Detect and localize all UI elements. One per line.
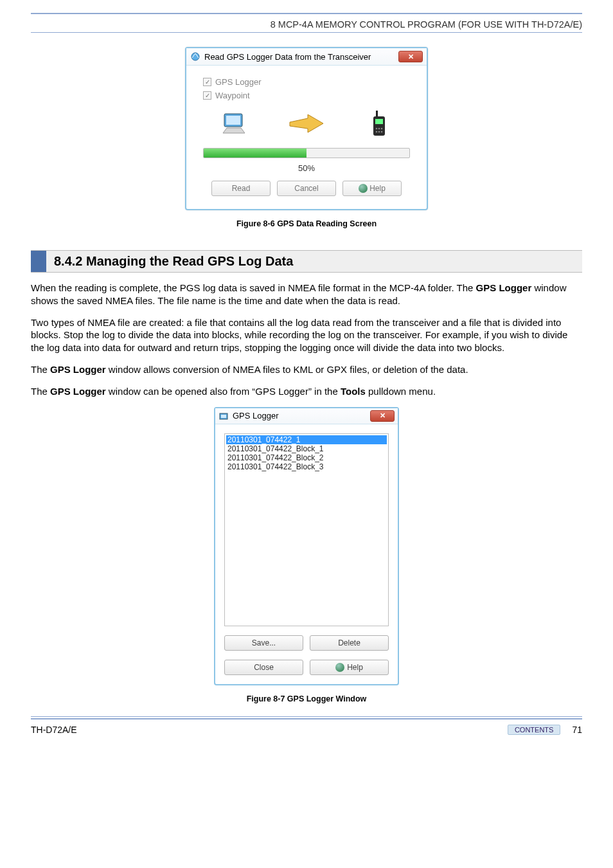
file-listbox[interactable]: 20110301_074422_1 20110301_074422_Block_… (224, 433, 389, 626)
close-icon[interactable]: ✕ (370, 410, 395, 422)
figure-caption-8-7: Figure 8-7 GPS Logger Window (31, 694, 582, 703)
gps-logger-label: GPS Logger (215, 77, 262, 87)
svg-rect-14 (221, 415, 226, 418)
transfer-graphic-row (203, 104, 410, 145)
footer-rule (31, 716, 582, 717)
list-item[interactable]: 20110301_074422_Block_3 (226, 462, 387, 471)
section-heading: 8.4.2 Managing the Read GPS Log Data (31, 250, 582, 273)
read-gps-dialog: Read GPS Logger Data from the Transceive… (185, 47, 428, 210)
svg-rect-2 (226, 116, 240, 125)
waypoint-label: Waypoint (215, 91, 250, 100)
delete-button[interactable]: Delete (310, 635, 389, 651)
transfer-arrow-icon (289, 114, 324, 134)
progress-bar (203, 148, 410, 158)
help-icon (359, 184, 368, 193)
list-item[interactable]: 20110301_074422_1 (226, 435, 387, 444)
gps-logger-checkbox-row: ✓ GPS Logger (203, 77, 410, 87)
dialog-titlebar: GPS Logger ✕ (215, 408, 398, 424)
progress-percent: 50% (203, 163, 410, 173)
close-icon[interactable]: ✕ (398, 51, 423, 62)
svg-point-9 (381, 128, 383, 130)
svg-marker-3 (290, 114, 323, 132)
svg-point-11 (378, 131, 380, 133)
help-button[interactable]: Help (342, 181, 402, 196)
contents-link[interactable]: CONTENTS (508, 725, 561, 735)
list-item[interactable]: 20110301_074422_Block_2 (226, 453, 387, 462)
radio-icon (361, 111, 397, 138)
cancel-button[interactable]: Cancel (277, 181, 336, 196)
gps-logger-dialog: GPS Logger ✕ 20110301_074422_1 20110301_… (214, 407, 399, 685)
dialog-titlebar: Read GPS Logger Data from the Transceive… (186, 48, 427, 66)
computer-icon (216, 111, 252, 137)
waypoint-checkbox-row: ✓ Waypoint (203, 91, 410, 100)
svg-point-10 (376, 131, 378, 133)
save-button[interactable]: Save... (224, 635, 303, 651)
app-icon (190, 51, 200, 62)
paragraph-4: The GPS Logger window can be opened also… (31, 385, 582, 398)
paragraph-3: The GPS Logger window allows conversion … (31, 363, 582, 376)
dialog-title: Read GPS Logger Data from the Transceive… (204, 52, 371, 62)
svg-rect-4 (376, 111, 378, 117)
header-rule-bottom (31, 32, 582, 33)
help-icon (335, 663, 344, 672)
svg-point-7 (376, 128, 378, 130)
checkbox-checked-icon: ✓ (203, 91, 211, 100)
checkbox-checked-icon: ✓ (203, 78, 211, 86)
dialog-title: GPS Logger (233, 411, 279, 420)
svg-point-8 (378, 128, 380, 130)
close-button[interactable]: Close (224, 660, 303, 675)
read-button[interactable]: Read (211, 181, 271, 196)
paragraph-1: When the reading is complete, the PGS lo… (31, 282, 582, 307)
page-number: 71 (572, 725, 582, 735)
svg-rect-6 (375, 119, 383, 124)
footer-model: TH-D72A/E (31, 725, 77, 735)
list-item[interactable]: 20110301_074422_Block_1 (226, 444, 387, 453)
app-icon (218, 411, 229, 421)
header-chapter-line: 8 MCP-4A MEMORY CONTROL PROGRAM (FOR USE… (31, 15, 582, 32)
figure-caption-8-6: Figure 8-6 GPS Data Reading Screen (31, 219, 582, 228)
svg-point-12 (381, 131, 383, 133)
header-rule (31, 13, 582, 14)
section-heading-text: 8.4.2 Managing the Read GPS Log Data (46, 251, 301, 272)
help-button[interactable]: Help (310, 660, 389, 675)
paragraph-2: Two types of NMEA file are created: a fi… (31, 316, 582, 354)
